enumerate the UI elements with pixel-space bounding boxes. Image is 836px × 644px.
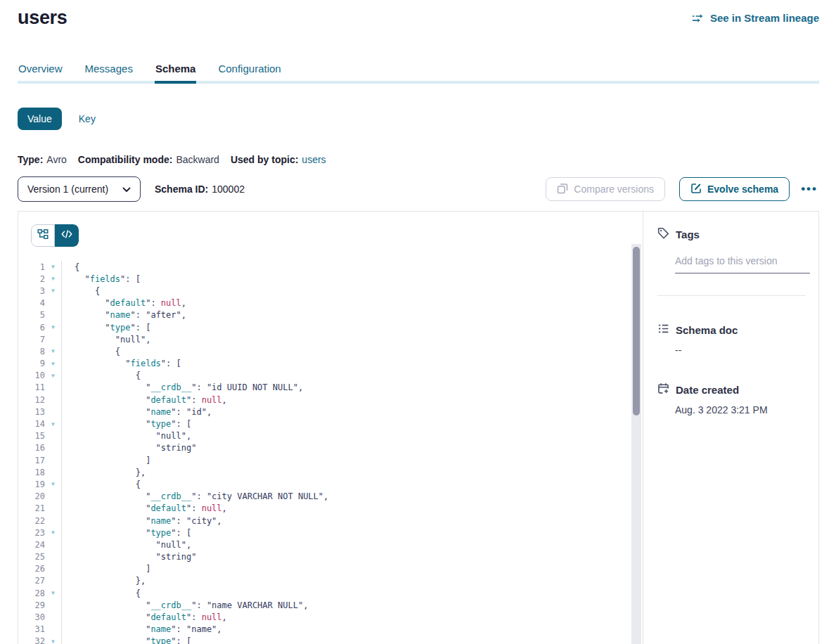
code-text: { [61, 371, 141, 380]
fold-arrow-icon[interactable]: ▼ [45, 348, 61, 354]
date-created-title: Date created [676, 384, 739, 396]
code-line: 3▼ { [18, 285, 643, 297]
value-toggle-button[interactable]: Value [18, 108, 62, 130]
code-text: "name": "name", [61, 624, 222, 634]
tab-overview[interactable]: Overview [18, 60, 63, 81]
code-line: 4 "default": null, [18, 297, 643, 309]
schema-doc-title: Schema doc [676, 324, 738, 336]
code-text: "default": null, [61, 503, 227, 513]
code-line: 14▼ "type": [ [18, 418, 643, 430]
version-sidebar: Tags Schema doc -- [643, 212, 818, 644]
tag-icon [657, 227, 669, 241]
fold-arrow-icon[interactable]: ▼ [45, 288, 61, 294]
fold-arrow-icon[interactable]: ▼ [45, 373, 61, 379]
code-text: "null", [61, 335, 150, 344]
code-text: "type": [ [61, 528, 191, 538]
code-text: { [61, 286, 100, 296]
evolve-schema-button[interactable]: Evolve schema [679, 177, 790, 201]
code-line: 25 "string" [18, 551, 643, 563]
code-editor[interactable]: 1▼{2▼ "fields": [3▼ {4 "default": null,5… [18, 261, 643, 644]
fold-arrow-icon[interactable]: ▼ [45, 361, 61, 367]
schema-meta-row: Type: Avro Compatibility mode: Backward … [18, 154, 819, 165]
line-number: 32 [18, 636, 45, 644]
doc-list-icon [657, 323, 669, 337]
fold-arrow-icon[interactable]: ▼ [45, 529, 61, 536]
tab-schema[interactable]: Schema [155, 60, 197, 84]
code-text: "name": "id", [61, 407, 212, 417]
code-text: "__crdb__": "city VARCHAR NOT NULL", [61, 491, 328, 501]
view-mode-segmented-control [31, 224, 79, 247]
code-text: { [61, 588, 141, 598]
code-text: "__crdb__": "id UUID NOT NULL", [61, 382, 303, 392]
fold-arrow-icon[interactable]: ▼ [45, 590, 61, 596]
line-number: 9 [18, 359, 45, 368]
code-view-icon [61, 228, 72, 243]
line-number: 5 [18, 310, 45, 320]
date-created-header: Date created [657, 382, 806, 397]
fold-arrow-icon[interactable]: ▼ [45, 481, 61, 487]
line-number: 8 [18, 347, 45, 356]
fold-arrow-icon[interactable]: ▼ [45, 264, 61, 270]
code-view-button[interactable] [55, 224, 79, 247]
chevron-down-icon [122, 183, 131, 195]
code-text: ] [61, 456, 150, 465]
tab-configuration[interactable]: Configuration [217, 60, 281, 81]
code-line: 8▼ { [18, 345, 643, 357]
line-number: 4 [18, 298, 45, 308]
line-number: 28 [18, 588, 45, 598]
code-text: "__crdb__": "name VARCHAR NULL", [61, 600, 308, 610]
code-text: }, [61, 468, 146, 477]
compare-versions-label: Compare versions [574, 183, 654, 195]
code-line: 31 "name": "name", [18, 624, 643, 636]
tree-view-icon [37, 228, 49, 243]
code-line: 20 "__crdb__": "city VARCHAR NOT NULL", [18, 491, 643, 503]
compatibility-label: Compatibility mode: [78, 154, 173, 165]
line-number: 13 [18, 407, 45, 417]
topic-link[interactable]: users [302, 154, 326, 165]
see-in-stream-lineage-link[interactable]: See in Stream lineage [692, 12, 819, 24]
lineage-link-label: See in Stream lineage [710, 12, 819, 24]
compatibility-value: Backward [176, 154, 219, 165]
schema-id: Schema ID: 100002 [155, 183, 245, 195]
line-number: 22 [18, 516, 45, 526]
fold-arrow-icon[interactable]: ▼ [45, 324, 61, 330]
code-line: 5 "name": "after", [18, 309, 643, 321]
tree-view-button[interactable] [31, 224, 55, 247]
editor-view-toolbar [18, 212, 643, 248]
version-select[interactable]: Version 1 (current) [18, 176, 141, 202]
code-line: 1▼{ [18, 261, 643, 273]
code-text: "fields": [ [61, 274, 141, 284]
tags-section-header: Tags [657, 227, 806, 241]
compare-versions-button[interactable]: Compare versions [546, 177, 665, 201]
code-text: "name": "city", [61, 516, 222, 526]
stream-lineage-icon [692, 13, 705, 23]
key-toggle-button[interactable]: Key [69, 108, 105, 130]
fold-arrow-icon[interactable]: ▼ [45, 421, 61, 427]
schema-doc-section: Schema doc -- [657, 323, 806, 356]
more-actions-button[interactable]: ••• [799, 181, 819, 197]
key-value-toggle: Value Key [18, 108, 819, 130]
editor-scrollbar-thumb[interactable] [633, 247, 640, 416]
line-number: 7 [18, 335, 45, 344]
schema-editor: 1▼{2▼ "fields": [3▼ {4 "default": null,5… [18, 212, 643, 644]
schema-type: Type: Avro [18, 154, 67, 165]
fold-arrow-icon[interactable]: ▼ [45, 276, 61, 282]
tab-messages[interactable]: Messages [84, 60, 134, 81]
line-number: 30 [18, 612, 45, 622]
line-number: 18 [18, 468, 45, 477]
line-number: 3 [18, 286, 45, 296]
line-number: 11 [18, 382, 45, 392]
add-tags-input[interactable] [675, 255, 810, 273]
line-number: 16 [18, 443, 45, 453]
code-line: 10▼ { [18, 370, 643, 382]
page-title: users [18, 7, 67, 29]
code-line: 27 }, [18, 575, 643, 587]
line-number: 26 [18, 564, 45, 574]
line-number: 6 [18, 323, 45, 333]
fold-arrow-icon[interactable]: ▼ [45, 638, 61, 644]
code-line: 22 "name": "city", [18, 515, 643, 527]
editor-scrollbar[interactable] [631, 244, 641, 644]
line-number: 2 [18, 274, 45, 284]
code-line: 29 "__crdb__": "name VARCHAR NULL", [18, 599, 643, 611]
code-line: 32▼ "type": [ [18, 636, 643, 644]
